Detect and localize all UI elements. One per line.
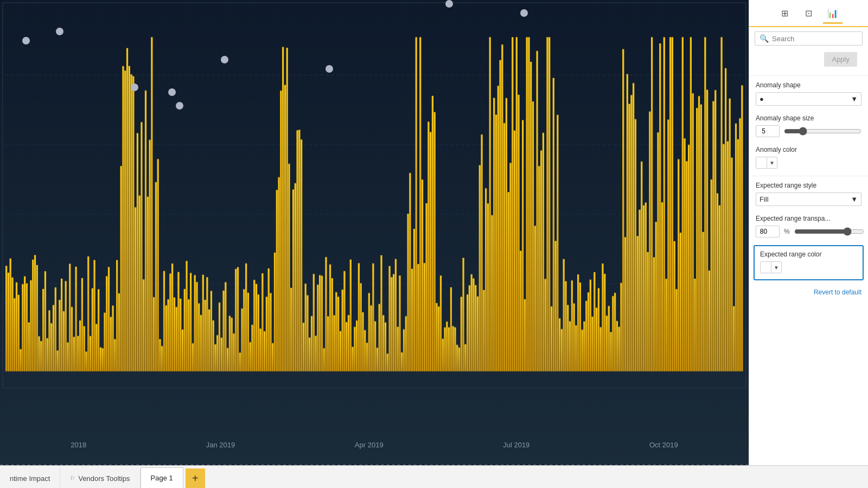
panel-icons: ⊞ ⊡ 📊	[749, 0, 868, 27]
tab-add-button[interactable]: +	[186, 468, 205, 488]
expected-range-style-section: Expected range style Fill ▼	[749, 177, 868, 210]
anomaly-color-swatch	[756, 157, 767, 168]
revert-section: Revert to default	[749, 284, 868, 302]
anomaly-marker	[326, 65, 333, 73]
analytics-button[interactable]: 📊	[823, 4, 843, 24]
anomaly-marker	[56, 28, 63, 35]
anomaly-color-arrow: ▼	[767, 159, 777, 167]
tab-icon-vendors: ⚐	[70, 475, 75, 482]
anomaly-shape-size-section: Anomaly shape size	[749, 110, 868, 142]
time-label-2018: 2018	[71, 441, 86, 449]
tab-vendors-tooltips[interactable]: ⚐ Vendors Tooltips	[60, 468, 140, 488]
revert-to-default-link[interactable]: Revert to default	[814, 288, 861, 296]
expected-range-transparency-input[interactable]	[756, 226, 780, 237]
expected-range-style-dropdown[interactable]: Fill ▼	[756, 192, 861, 206]
apply-button[interactable]: Apply	[824, 52, 857, 67]
anomaly-shape-size-input[interactable]	[756, 125, 780, 137]
expected-range-color-label: Expected range color	[760, 251, 857, 258]
expected-range-transparency-label: Expected range transpa...	[756, 215, 861, 222]
expected-range-style-arrow: ▼	[851, 195, 858, 203]
expected-range-color-arrow: ▼	[771, 264, 781, 272]
anomaly-marker	[176, 102, 183, 110]
search-bar[interactable]: 🔍	[755, 31, 863, 46]
table-view-button[interactable]: ⊞	[775, 4, 795, 24]
expected-range-transparency-row: %	[756, 226, 861, 237]
anomaly-color-label: Anomaly color	[756, 146, 861, 153]
anomaly-marker	[520, 9, 528, 17]
pct-label: %	[784, 228, 790, 235]
anomaly-shape-label: Anomaly shape	[756, 81, 861, 89]
anomaly-marker	[168, 88, 176, 96]
anomaly-marker	[131, 84, 138, 91]
format-button[interactable]: ⊡	[799, 4, 819, 24]
analytics-icon: 📊	[827, 8, 838, 18]
bottom-tabs: ntime Impact ⚐ Vendors Tooltips Page 1 +	[0, 465, 868, 488]
expected-range-color-swatch	[761, 262, 771, 273]
expected-range-color-section: Expected range color ▼	[754, 245, 864, 280]
time-label-jul2019: Jul 2019	[503, 441, 529, 449]
time-label-jan2019: Jan 2019	[206, 441, 235, 449]
expected-range-style-label: Expected range style	[756, 182, 861, 189]
chart-area: 2018 Jan 2019 Apr 2019 Jul 2019 Oct 2019	[0, 0, 749, 465]
tab-page1-label: Page 1	[151, 474, 173, 482]
right-panel: ⊞ ⊡ 📊 🔍 Apply Anomaly shape ● ▼	[749, 0, 868, 465]
time-label-oct2019: Oct 2019	[649, 441, 678, 449]
search-input[interactable]	[772, 35, 863, 43]
anomaly-color-section: Anomaly color ▼	[749, 142, 868, 175]
tab-page1[interactable]: Page 1	[141, 467, 183, 488]
anomaly-shape-size-row	[756, 125, 861, 137]
search-icon: 🔍	[760, 34, 769, 43]
time-label-apr2019: Apr 2019	[355, 441, 384, 449]
anomaly-marker	[445, 0, 453, 8]
expected-range-transparency-slider[interactable]	[794, 227, 864, 236]
anomaly-marker	[22, 37, 30, 44]
anomaly-shape-dropdown[interactable]: ● ▼	[756, 92, 861, 106]
tab-downtime-impact[interactable]: ntime Impact	[0, 468, 60, 488]
tab-downtime-label: ntime Impact	[10, 474, 50, 483]
anomaly-shape-size-label: Anomaly shape size	[756, 114, 861, 122]
time-labels: 2018 Jan 2019 Apr 2019 Jul 2019 Oct 2019	[0, 441, 749, 449]
table-icon: ⊞	[781, 8, 788, 18]
anomaly-marker	[221, 56, 228, 63]
expected-range-style-value: Fill	[760, 195, 769, 203]
expected-range-color-picker[interactable]: ▼	[760, 261, 782, 273]
anomaly-shape-arrow: ▼	[851, 95, 858, 103]
expected-range-transparency-section: Expected range transpa... %	[749, 210, 868, 242]
format-icon: ⊡	[805, 8, 812, 18]
anomaly-color-picker[interactable]: ▼	[756, 157, 777, 169]
tab-vendors-label: Vendors Tooltips	[78, 474, 130, 483]
anomaly-shape-section: Anomaly shape ● ▼	[749, 77, 868, 110]
anomaly-shape-value: ●	[760, 95, 764, 103]
anomaly-shape-size-slider[interactable]	[784, 127, 861, 136]
